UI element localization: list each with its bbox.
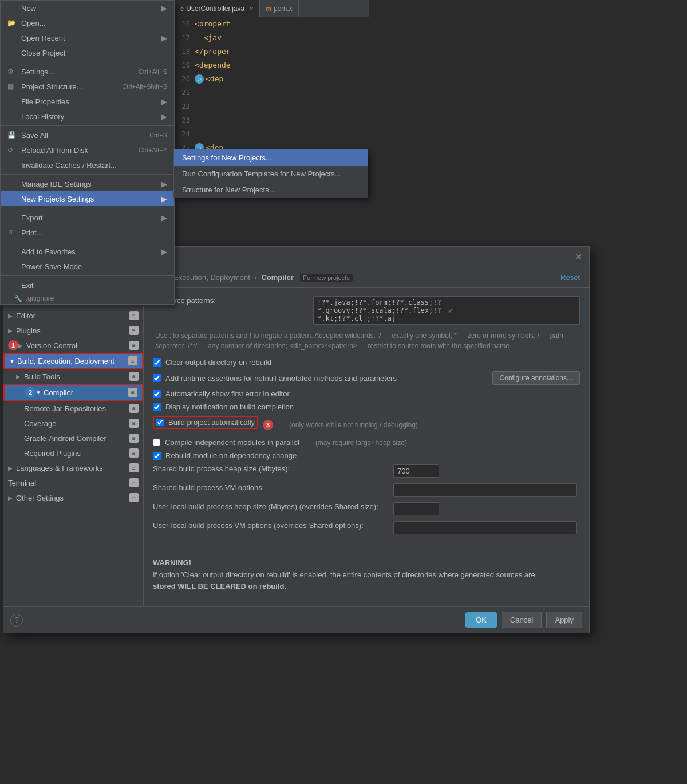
code-line-18: 18 </proper	[175, 45, 369, 58]
reset-button[interactable]: Reset	[560, 273, 580, 282]
checkbox-display-notification-input[interactable]	[153, 403, 161, 411]
expand-icon-build-tools: ▶	[16, 373, 24, 380]
gitignore-label: .gitignore	[26, 294, 54, 302]
settings-icon: ⚙	[7, 68, 18, 76]
checkbox-compile-parallel-input[interactable]	[153, 439, 160, 446]
user-vm-row: User-local build process VM options (ove…	[153, 521, 580, 534]
sidebar-item-editor[interactable]: ▶ Editor ≡	[3, 308, 143, 323]
menu-item-exit-label: Exit	[21, 281, 34, 290]
menu-item-reload-label: Reload All from Disk	[21, 146, 88, 155]
menu-item-settings[interactable]: ⚙ Settings... Ctrl+Alt+S	[1, 64, 174, 79]
sidebar-item-plugins[interactable]: ▶ Plugins ≡	[3, 323, 143, 338]
expand-icon-compiler: ▼	[35, 389, 44, 396]
apply-button[interactable]: Apply	[546, 612, 582, 628]
checkbox-clear-output: Clear output directory on rebuild	[153, 358, 580, 367]
checkbox-rebuild-dependency: Rebuild module on dependency change	[153, 451, 580, 460]
menu-item-new-label: New	[21, 4, 36, 13]
dropdown-menu: New ▶ 📂 Open... Open Recent ▶ Close Proj…	[0, 0, 175, 305]
help-button[interactable]: ?	[10, 614, 23, 627]
divider-4	[1, 208, 174, 208]
user-heap-label: User-local build process heap size (Mbyt…	[153, 502, 393, 511]
sidebar-item-required-plugins[interactable]: Required Plugins ≡	[3, 446, 143, 460]
arrow-icon-manage: ▶	[161, 180, 167, 188]
resource-expand-icon[interactable]: ⤢	[448, 306, 576, 314]
breadcrumb-current: Compiler	[261, 273, 293, 282]
dialog-body: ▶ Appearance & Behavior ≡ ▶ Editor ≡ ▶ P…	[3, 267, 589, 606]
sidebar-item-gradle[interactable]: Gradle-Android Compiler ≡	[3, 431, 143, 446]
resource-patterns-input[interactable]: !?*.java;!?*.form;!?*.class;!?*.groovy;!…	[313, 296, 580, 325]
menu-item-exit[interactable]: Exit	[1, 278, 174, 293]
submenu-item-run-config[interactable]: Run Configuration Templates for New Proj…	[174, 166, 368, 182]
submenu-item-settings-new[interactable]: Settings for New Projects...	[174, 149, 368, 166]
badge-terminal: ≡	[129, 478, 139, 487]
sidebar-item-other-settings[interactable]: ▶ Other Settings ≡	[3, 490, 143, 505]
sidebar-item-build-tools[interactable]: ▶ Build Tools ≡	[3, 369, 143, 384]
badge-required-plugins: ≡	[129, 448, 139, 458]
cancel-button[interactable]: Cancel	[502, 612, 542, 628]
menu-item-export[interactable]: Export ▶	[1, 210, 174, 225]
ok-button[interactable]: OK	[465, 612, 497, 628]
menu-item-open-recent[interactable]: Open Recent ▶	[1, 30, 174, 45]
shared-heap-row: Shared build process heap size (Mbytes):	[153, 464, 580, 478]
checkbox-rebuild-dependency-input[interactable]	[153, 452, 161, 460]
sidebar-label-required-plugins: Required Plugins	[24, 449, 127, 458]
sidebar-item-compiler[interactable]: 2 ▼ Compiler ≡	[3, 384, 143, 401]
divider-1	[1, 62, 174, 62]
sidebar-item-version-control[interactable]: 1 ▶ Version Control ≡	[3, 338, 143, 353]
submenu-item-structure[interactable]: Structure for New Projects...	[174, 182, 368, 198]
menu-item-new[interactable]: New ▶	[1, 1, 174, 15]
menu-item-file-properties-label: File Properties	[21, 97, 69, 106]
sidebar-label-build-tools: Build Tools	[24, 372, 127, 381]
configure-annotations-button[interactable]: Configure annotations...	[492, 371, 580, 385]
checkbox-show-error-input[interactable]	[153, 390, 161, 398]
shared-heap-input[interactable]	[393, 464, 439, 478]
shared-heap-label: Shared build process heap size (Mbytes):	[153, 464, 393, 473]
sidebar-item-build-exec[interactable]: ▼ Build, Execution, Deployment ≡	[3, 353, 143, 369]
dialog-close-button[interactable]: ✕	[575, 251, 582, 262]
menu-item-save-all[interactable]: 💾 Save All Ctrl+S	[1, 128, 174, 143]
menu-item-project-structure[interactable]: ▦ Project Structure... Ctrl+Alt+Shift+S	[1, 79, 174, 94]
checkbox-runtime-assertions-input[interactable]	[153, 374, 161, 382]
badge-other: ≡	[129, 493, 139, 502]
arrow-icon-file-props: ▶	[161, 97, 167, 106]
user-heap-input[interactable]	[393, 502, 439, 515]
menu-item-manage-ide[interactable]: Manage IDE Settings ▶	[1, 176, 174, 191]
menu-item-open-label: Open...	[21, 19, 46, 27]
menu-item-settings-label: Settings...	[21, 68, 54, 76]
sidebar-item-languages[interactable]: ▶ Languages & Frameworks ≡	[3, 460, 143, 475]
menu-item-local-history[interactable]: Local History ▶	[1, 109, 174, 124]
menu-item-favorites-label: Add to Favorites	[21, 247, 76, 256]
menu-item-close-project[interactable]: Close Project	[1, 45, 174, 60]
submenu: Settings for New Projects... Run Configu…	[173, 149, 368, 198]
tab-close-usercontroller[interactable]: ✕	[249, 6, 254, 12]
menu-item-invalidate[interactable]: Invalidate Caches / Restart...	[1, 157, 174, 172]
menu-item-reload[interactable]: ↺ Reload All from Disk Ctrl+Alt+Y	[1, 143, 174, 157]
shared-vm-input[interactable]	[393, 483, 577, 497]
checkbox-compile-parallel-row: Compile independent modules in parallel …	[153, 438, 580, 447]
editor-tab-pom[interactable]: m pom.x	[260, 0, 298, 17]
fold-icon-20[interactable]: ○	[195, 74, 204, 84]
gitignore-item[interactable]: 🔧 .gitignore	[1, 293, 174, 304]
checkbox-clear-output-input[interactable]	[153, 358, 161, 367]
editor-tab-usercontroller[interactable]: c UserController.java ✕	[175, 0, 260, 17]
menu-item-file-properties[interactable]: File Properties ▶	[1, 94, 174, 109]
menu-item-new-projects-settings[interactable]: New Projects Settings ▶	[1, 191, 174, 206]
checkbox-compile-parallel-label: Compile independent modules in parallel	[165, 438, 299, 447]
sidebar-label-coverage: Coverage	[24, 419, 127, 428]
resource-patterns-value: !?*.java;!?*.form;!?*.class;!?*.groovy;!…	[317, 298, 445, 322]
menu-item-open[interactable]: 📂 Open...	[1, 15, 174, 30]
sidebar-item-terminal[interactable]: Terminal ≡	[3, 475, 143, 490]
warning-box: WARNING! If option 'Clear output directo…	[153, 551, 580, 598]
reload-shortcut: Ctrl+Alt+Y	[130, 147, 167, 153]
menu-item-invalidate-label: Invalidate Caches / Restart...	[21, 161, 117, 170]
sidebar-item-coverage[interactable]: Coverage ≡	[3, 416, 143, 431]
badge-coverage: ≡	[129, 419, 139, 428]
user-vm-input[interactable]	[393, 521, 577, 534]
menu-item-favorites[interactable]: Add to Favorites ▶	[1, 244, 174, 259]
checkbox-show-error-label: Automatically show first error in editor	[165, 389, 290, 398]
sidebar-item-remote-jar[interactable]: Remote Jar Repositories ≡	[3, 401, 143, 416]
menu-item-print[interactable]: 🖨 Print...	[1, 225, 174, 240]
code-line-20: 20 ○ <dep	[175, 72, 369, 86]
checkbox-build-auto-input[interactable]	[156, 419, 164, 426]
menu-item-power-save[interactable]: Power Save Mode	[1, 259, 174, 274]
